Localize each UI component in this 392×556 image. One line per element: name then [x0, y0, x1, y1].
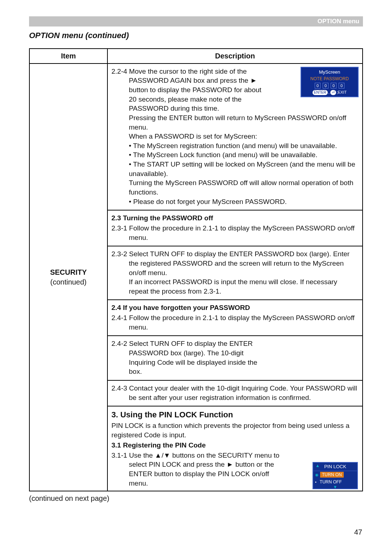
col-header-desc: Description: [107, 49, 363, 64]
digit-1: 0: [315, 83, 320, 89]
text: If an incorrect PASSWORD is input the me…: [111, 277, 359, 296]
block-2-2-4: MyScreen NOTE PASSWORD 0 0 0 0 ENTER , ⏎…: [107, 64, 363, 210]
text: 3.1-1 Use the ▲/▼ buttons on the SECURIT…: [111, 451, 286, 488]
header-label: OPTION menu: [318, 17, 359, 26]
pinlock-dialog: ▲ PIN LOCK ◉ TURN ON • TURN OFF ▼: [313, 462, 358, 489]
text: When a PASSWORD is set for MyScreen:: [111, 132, 359, 141]
text: 2.4-3 Contact your dealer with the 10-di…: [111, 384, 359, 402]
myscreen-footer: ENTER , ⏎ ;EXIT: [303, 90, 356, 95]
block-2-4-1: 2.4 If you have forgotten your PASSWORD …: [107, 300, 363, 336]
spec-table: Item Description SECURITY (continued) My…: [29, 48, 363, 492]
up-arrow-icon: ▲: [315, 463, 320, 469]
block-2-3-1: 2.3 Turning the PASSWORD off 2.3-1 Follo…: [107, 210, 363, 246]
bullet-icon: ◉: [315, 472, 319, 478]
text: 2.2-4 Move the cursor to the right side …: [111, 67, 268, 113]
text: PIN LOCK is a function which prevents th…: [111, 421, 359, 440]
item-name: SECURITY: [30, 267, 107, 277]
bullet-icon: •: [315, 479, 317, 485]
myscreen-digits: 0 0 0 0: [303, 83, 356, 89]
bullet: • The MyScreen registration function (an…: [111, 141, 359, 151]
item-sub: (continued): [30, 277, 107, 287]
myscreen-note: NOTE PASSWORD: [303, 76, 356, 82]
block-2-4-2: 2.4-2 Select TURN OFF to display the ENT…: [107, 336, 363, 380]
enter-pill: ENTER: [313, 90, 328, 95]
item-cell: SECURITY (continued): [29, 64, 107, 491]
digit-4: 0: [339, 83, 344, 89]
block-2-4-3: 2.4-3 Contact your dealer with the 10-di…: [107, 380, 363, 406]
digit-2: 0: [323, 83, 328, 89]
bullet: • The MyScreen Lock function (and menu) …: [111, 150, 359, 160]
myscreen-dialog: MyScreen NOTE PASSWORD 0 0 0 0 ENTER , ⏎…: [301, 67, 359, 98]
col-header-item: Item: [29, 49, 107, 64]
text: 2.3-1 Follow the procedure in 2.1-1 to d…: [111, 224, 359, 242]
subhead: 3.1 Registering the PIN Code: [111, 441, 359, 450]
section-3-head: 3. Using the PIN LOCK Function: [111, 409, 359, 420]
block-2-3-2: 2.3-2 Select TURN OFF to display the ENT…: [107, 246, 363, 300]
text: 2.4-1 Follow the procedure in 2.1-1 to d…: [111, 313, 359, 332]
section-title: OPTION menu (continued): [29, 30, 363, 41]
turn-on-label: TURN ON: [320, 472, 344, 478]
bullet: • The START UP setting will be locked on…: [111, 160, 359, 178]
text: 2.3-2 Select TURN OFF to display the ENT…: [111, 249, 359, 277]
pinlock-title: ▲ PIN LOCK: [313, 463, 357, 471]
header-bar: OPTION menu: [29, 16, 363, 26]
continued-note: (continued on next page): [29, 494, 363, 503]
page-number: 47: [354, 527, 362, 537]
down-arrow-icon: ▼: [313, 486, 357, 488]
text: 2.4-2 Select TURN OFF to display the ENT…: [111, 339, 268, 376]
digit-3: 0: [331, 83, 336, 89]
block-3: 3. Using the PIN LOCK Function PIN LOCK …: [107, 406, 363, 491]
turn-off-label: TURN OFF: [318, 479, 344, 485]
bullet: • Please do not forget your MyScreen PAS…: [111, 197, 359, 207]
enter-icon: ⏎: [330, 90, 336, 95]
text: Pressing the ENTER button will return to…: [111, 113, 359, 132]
text: Turning the MyScreen PASSWORD off will a…: [111, 178, 359, 197]
subhead: 2.4 If you have forgotten your PASSWORD: [111, 303, 359, 312]
subhead: 2.3 Turning the PASSWORD off: [111, 213, 359, 223]
myscreen-title: MyScreen: [303, 69, 356, 75]
pinlock-turn-on: ◉ TURN ON: [313, 471, 357, 478]
